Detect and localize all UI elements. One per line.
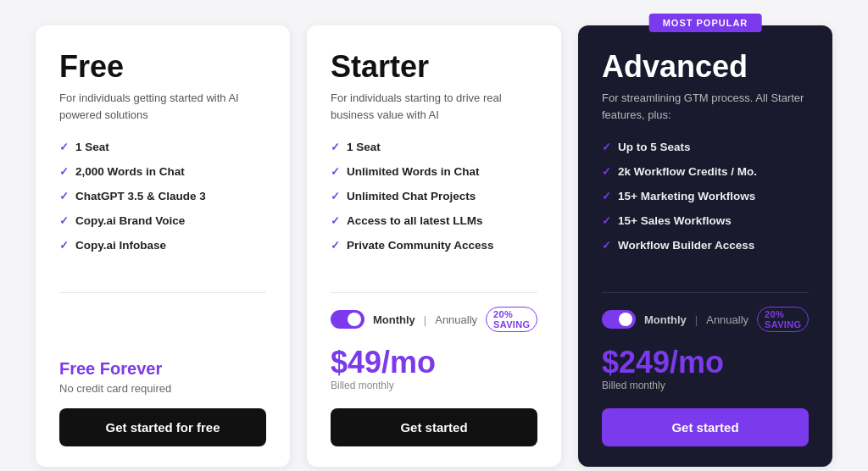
annually-label: Annually: [706, 313, 748, 326]
free-plan-desc: For individuals getting started with AI …: [59, 90, 266, 123]
check-icon: ✓: [331, 190, 340, 204]
check-icon: ✓: [602, 239, 611, 253]
free-plan-name: Free: [59, 49, 266, 85]
starter-plan-card: Starter For individuals starting to driv…: [307, 25, 561, 467]
advanced-plan-name: Advanced: [602, 49, 809, 85]
divider: [331, 292, 537, 293]
free-cta-button[interactable]: Get started for free: [59, 408, 266, 446]
advanced-price-section: $249/mo Billed monthly: [602, 346, 809, 403]
starter-price: $49/mo: [331, 346, 537, 380]
no-card-label: No credit card required: [59, 382, 266, 395]
advanced-features-list: ✓ Up to 5 Seats ✓ 2k Workflow Credits / …: [602, 140, 809, 262]
list-item: ✓ Access to all latest LLMs: [331, 213, 537, 229]
divider: [602, 292, 809, 293]
billing-toggle[interactable]: [331, 310, 364, 329]
list-item: ✓ Unlimited Words in Chat: [331, 164, 537, 180]
toggle-separator: |: [695, 313, 698, 326]
toggle-separator: |: [424, 313, 426, 326]
advanced-price: $249/mo: [602, 346, 809, 380]
divider: [59, 292, 266, 293]
check-icon: ✓: [331, 239, 340, 253]
list-item: ✓ Private Community Access: [331, 238, 537, 253]
starter-features-list: ✓ 1 Seat ✓ Unlimited Words in Chat ✓ Unl…: [331, 140, 537, 262]
advanced-price-billed: Billed monthly: [602, 380, 809, 391]
billing-toggle-row: Monthly | Annually 20% SAVING: [331, 307, 537, 332]
check-icon: ✓: [602, 141, 611, 155]
check-icon: ✓: [331, 214, 340, 229]
list-item: ✓ Up to 5 Seats: [602, 140, 809, 155]
list-item: ✓ ChatGPT 3.5 & Claude 3: [59, 189, 266, 204]
free-forever-label: Free Forever: [59, 359, 266, 379]
list-item: ✓ Unlimited Chat Projects: [331, 189, 537, 204]
check-icon: ✓: [59, 239, 69, 253]
advanced-billing-toggle-row: Monthly | Annually 20% SAVING: [602, 307, 809, 332]
advanced-billing-toggle[interactable]: [602, 310, 636, 329]
list-item: ✓ 1 Seat: [331, 140, 537, 155]
list-item: ✓ 2,000 Words in Chat: [59, 164, 266, 180]
list-item: ✓ Copy.ai Infobase: [59, 238, 266, 253]
starter-plan-name: Starter: [331, 49, 537, 85]
list-item: ✓ 2k Workflow Credits / Mo.: [602, 164, 809, 180]
monthly-label: Monthly: [644, 313, 687, 326]
check-icon: ✓: [602, 190, 611, 204]
saving-badge: 20% SAVING: [757, 307, 809, 332]
check-icon: ✓: [59, 190, 69, 204]
check-icon: ✓: [331, 165, 340, 180]
most-popular-badge: MOST POPULAR: [649, 14, 762, 32]
monthly-label: Monthly: [373, 313, 415, 326]
list-item: ✓ 15+ Sales Workflows: [602, 213, 809, 229]
check-icon: ✓: [602, 165, 611, 180]
check-icon: ✓: [59, 141, 69, 155]
check-icon: ✓: [59, 165, 69, 180]
starter-plan-desc: For individuals starting to drive real b…: [331, 90, 537, 123]
advanced-plan-card: MOST POPULAR Advanced For streamlining G…: [578, 25, 832, 467]
check-icon: ✓: [59, 214, 69, 229]
list-item: ✓ 1 Seat: [59, 140, 266, 155]
starter-cta-button[interactable]: Get started: [331, 408, 537, 446]
annually-label: Annually: [435, 313, 477, 326]
check-icon: ✓: [331, 141, 340, 155]
list-item: ✓ 15+ Marketing Workflows: [602, 189, 809, 204]
free-plan-card: Free For individuals getting started wit…: [36, 25, 290, 467]
starter-price-section: $49/mo Billed monthly: [331, 346, 537, 403]
advanced-plan-desc: For streamlining GTM process. All Starte…: [602, 90, 809, 123]
check-icon: ✓: [602, 214, 611, 229]
list-item: ✓ Workflow Builder Access: [602, 238, 809, 253]
saving-badge: 20% SAVING: [486, 307, 537, 332]
advanced-cta-button[interactable]: Get started: [602, 408, 809, 446]
starter-price-billed: Billed monthly: [331, 380, 537, 391]
list-item: ✓ Copy.ai Brand Voice: [59, 213, 266, 229]
pricing-container: Free For individuals getting started wit…: [19, 0, 849, 471]
free-features-list: ✓ 1 Seat ✓ 2,000 Words in Chat ✓ ChatGPT…: [59, 140, 266, 262]
